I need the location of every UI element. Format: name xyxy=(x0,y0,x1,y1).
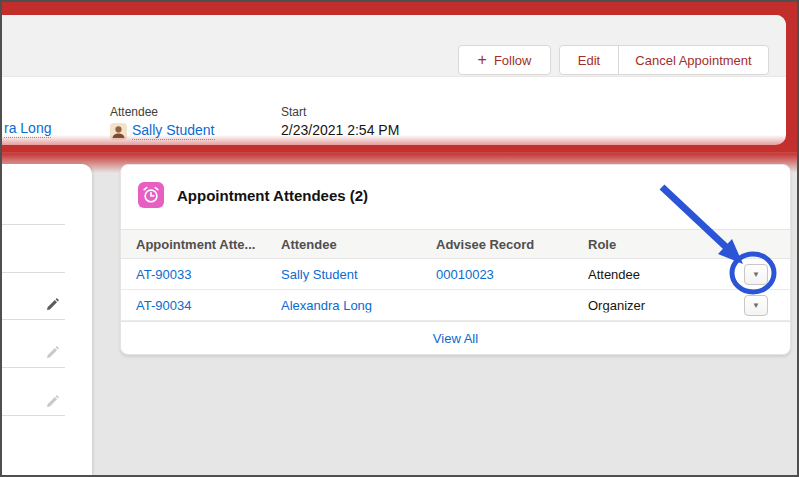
banner-field-start: Start 2/23/2021 2:54 PM xyxy=(281,105,399,138)
table-row: AT-90034 Alexandra Long Organizer ▼ xyxy=(121,290,790,321)
table-row: AT-90033 Sally Student 00010023 Attendee… xyxy=(121,259,790,290)
field-divider xyxy=(2,367,65,368)
related-list-title: Appointment Attendees (2) xyxy=(177,187,368,204)
cancel-button-label: Cancel Appointment xyxy=(635,53,751,68)
edit-button-label: Edit xyxy=(578,53,600,68)
column-header-attendee[interactable]: Attendee xyxy=(281,237,431,252)
edit-pencil-icon[interactable] xyxy=(45,345,60,360)
attendee-field-label: Attendee xyxy=(110,105,215,119)
column-header-appointment-attendee[interactable]: Appointment Atte... xyxy=(136,237,276,252)
field-divider xyxy=(2,319,65,320)
edit-button[interactable]: Edit xyxy=(560,46,619,74)
record-id-link[interactable]: AT-90034 xyxy=(136,298,191,313)
view-all-link[interactable]: View All xyxy=(433,331,478,346)
plus-icon: + xyxy=(478,52,487,68)
edit-pencil-icon[interactable] xyxy=(45,297,60,312)
role-value: Attendee xyxy=(588,267,728,282)
alarm-clock-icon xyxy=(138,182,164,208)
role-value: Organizer xyxy=(588,298,728,313)
row-actions-dropdown-button[interactable]: ▼ xyxy=(744,295,768,316)
button-group: Edit Cancel Appointment xyxy=(559,45,769,75)
column-header-role[interactable]: Role xyxy=(588,237,728,252)
cancel-appointment-button[interactable]: Cancel Appointment xyxy=(619,46,768,74)
attendee-name-link[interactable]: Alexandra Long xyxy=(281,298,372,313)
table-header-row: Appointment Atte... Attendee Advisee Rec… xyxy=(121,229,790,259)
field-divider xyxy=(2,272,65,273)
row-actions-dropdown-button[interactable]: ▼ xyxy=(744,264,768,285)
record-detail-panel xyxy=(2,164,92,475)
record-id-link[interactable]: AT-90033 xyxy=(136,267,191,282)
follow-button-label: Follow xyxy=(494,53,532,68)
appointment-attendees-card: Appointment Attendees (2) Appointment At… xyxy=(120,164,791,355)
record-header-panel: + Follow Edit Cancel Appointment ra Long… xyxy=(2,15,786,145)
advisee-record-link[interactable]: 00010023 xyxy=(436,267,494,282)
dropdown-arrow-icon: ▼ xyxy=(752,271,760,279)
start-field-label: Start xyxy=(281,105,399,119)
banner-field-organizer: ra Long xyxy=(4,107,51,136)
field-divider xyxy=(2,224,65,225)
edit-pencil-icon[interactable] xyxy=(45,394,60,409)
follow-button[interactable]: + Follow xyxy=(458,45,551,75)
card-footer: View All xyxy=(121,321,790,355)
field-divider xyxy=(2,415,65,416)
column-header-advisee-record[interactable]: Advisee Record xyxy=(436,237,581,252)
attendee-name-link[interactable]: Sally Student xyxy=(281,267,358,282)
screenshot-frame: + Follow Edit Cancel Appointment ra Long… xyxy=(0,0,799,477)
dropdown-arrow-icon: ▼ xyxy=(752,302,760,310)
